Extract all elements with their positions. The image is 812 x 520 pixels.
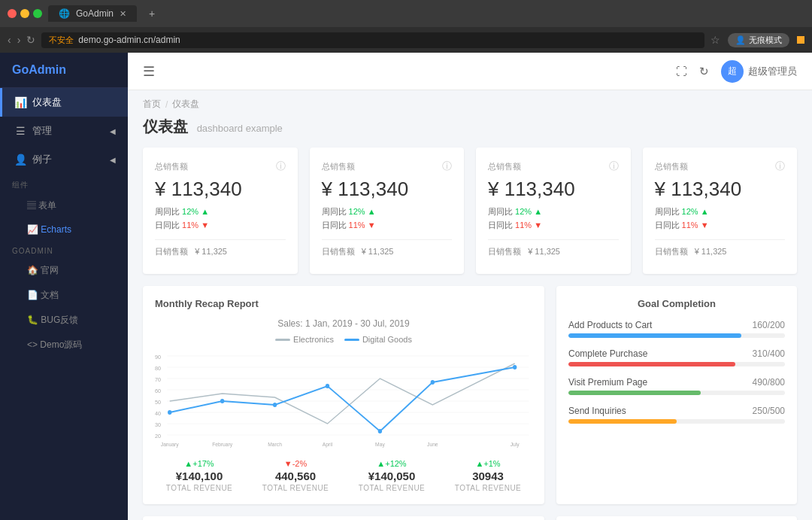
svg-point-18 [273,403,277,407]
svg-text:80: 80 [155,365,161,372]
sidebar-item-examples[interactable]: 👤 例子 ◀ [0,145,128,174]
svg-text:60: 60 [155,388,161,394]
fullscreen-icon[interactable]: ⛶ [676,65,687,78]
page-title-row: 仪表盘 dashboard example [143,117,797,137]
dot-red[interactable] [8,9,17,18]
page-title: 仪表盘 [143,118,188,135]
hamburger-button[interactable]: ☰ [143,63,155,80]
svg-point-16 [168,410,171,415]
svg-point-22 [513,365,517,369]
main-content: 首页 / 仪表盘 仪表盘 dashboard example 总销售额 ⓘ ¥ … [128,90,812,520]
metric-value-2: ¥140,050 [347,470,436,482]
sidebar-item-bug[interactable]: 🐛 BUG反馈 [0,308,128,333]
chart-metric-1: ▼-2% 440,560 TOTAL REVENUE [251,459,340,492]
doc-icon: 📄 [27,290,41,300]
svg-text:June: June [427,442,438,448]
chart-legend: ElectronicsDigital Goods [155,335,532,344]
breadcrumb-home[interactable]: 首页 [143,98,161,111]
back-button[interactable]: ‹ [8,34,11,46]
goal-fill-2 [568,391,701,395]
avatar: 超 [721,60,744,83]
breadcrumb-current: 仪表盘 [172,98,199,111]
metric-label-0: TOTAL REVENUE [155,484,244,492]
goal-name-2: Visit Premium Page [568,377,647,388]
goal-value-2: 490/800 [753,377,785,388]
sidebar-label-manage: 管理 [32,124,52,138]
svg-point-21 [431,380,435,385]
reload-button[interactable]: ↻ [26,34,35,46]
metric-change-1: ▼-2% [251,459,340,468]
stat-label-2: 总销售额 ⓘ [488,160,619,173]
goal-item-0: Add Products to Cart 160/200 [568,320,785,338]
echarts-icon: 📈 [27,224,41,235]
bottom-row: tabs1tabs2tabs3 How to use: Exactly like… [143,516,797,520]
browser-tab-title: GoAdmin [76,8,114,19]
sidebar-item-docs[interactable]: 📄 文档 [0,283,128,308]
stat-meta-2: 周同比 12% ▲ 日同比 11% ▼ [488,205,619,232]
goal-name-0: Add Products to Cart [568,320,652,330]
browser-tab-close[interactable]: ✕ [120,9,126,19]
star-icon[interactable]: ☆ [710,34,720,46]
url-text: demo.go-admin.cn/admin [78,35,180,45]
stat-value-0: ¥ 113,340 [155,178,286,201]
code-icon: <> [27,339,40,350]
svg-text:April: April [323,442,333,448]
logo-accent: Go [12,63,29,76]
examples-arrow: ◀ [110,156,116,164]
chart-section-title: Monthly Recap Report [155,298,532,309]
sidebar-item-manage[interactable]: ☰ 管理 ◀ [0,117,128,145]
chart-subtitle: Sales: 1 Jan, 2019 - 30 Jul, 2019 [155,318,532,329]
goal-row-0: Add Products to Cart 160/200 [568,320,785,330]
forward-button[interactable]: › [17,34,21,46]
incognito-label: 无痕模式 [749,35,782,46]
header-right: ⛶ ↻ 超 超级管理员 [676,60,797,83]
svg-text:70: 70 [155,376,161,383]
app-container: GoAdmin 📊 仪表盘 ☰ 管理 ◀ 👤 例子 ◀ 组件 ▤ 表单 📈 Ec… [0,53,812,520]
sidebar-label-examples: 例子 [32,153,52,166]
line-chart-card: Monthly Recap Report Sales: 1 Jan, 2019 … [143,286,544,504]
svg-text:March: March [268,442,282,448]
sidebar-item-dashboard[interactable]: 📊 仪表盘 [0,88,128,117]
chart-metric-0: ▲+17% ¥140,100 TOTAL REVENUE [155,459,244,492]
sidebar: GoAdmin 📊 仪表盘 ☰ 管理 ◀ 👤 例子 ◀ 组件 ▤ 表单 📈 Ec… [0,53,128,520]
header-user[interactable]: 超 超级管理员 [721,60,797,83]
sidebar-item-table[interactable]: ▤ 表单 [0,193,128,218]
svg-point-20 [378,429,382,433]
sidebar-logo: GoAdmin [0,53,128,88]
stat-info-icon-2[interactable]: ⓘ [609,160,619,173]
stat-label-3: 总销售额 ⓘ [655,160,786,173]
sidebar-section-components: 组件 [0,174,128,193]
stat-divider-1: 日销售额 ¥ 11,325 [322,239,453,257]
sidebar-item-echarts[interactable]: 📈 Echarts [0,218,128,241]
stat-info-icon-0[interactable]: ⓘ [276,160,286,173]
goal-bar-0 [568,333,785,338]
sidebar-item-demo[interactable]: <> Demo源码 [0,333,128,357]
stat-card-0: 总销售额 ⓘ ¥ 113,340 周同比 12% ▲ 日同比 11% ▼ 日销售… [143,147,298,274]
sidebar-item-official[interactable]: 🏠 官网 [0,258,128,283]
goal-bar-2 [568,391,785,395]
browser-tab[interactable]: 🌐 GoAdmin ✕ [48,5,137,22]
goal-title: Goal Completion [568,298,785,309]
sidebar-label-demo: Demo源码 [40,339,82,350]
url-bar[interactable]: 不安全 demo.go-admin.cn/admin [41,32,704,48]
legend-item: Digital Goods [344,335,412,344]
new-tab-button[interactable]: + [143,5,161,23]
stat-card-1: 总销售额 ⓘ ¥ 113,340 周同比 12% ▲ 日同比 11% ▼ 日销售… [310,147,465,274]
refresh-icon[interactable]: ↻ [699,65,709,78]
dot-green[interactable] [33,9,42,18]
sidebar-label-dashboard: 仪表盘 [32,96,62,109]
svg-text:May: May [375,442,385,448]
goal-name-3: Send Inquiries [568,406,626,416]
menu-dot[interactable] [797,36,804,44]
sidebar-label-echarts: Echarts [41,224,71,235]
charts-row: Monthly Recap Report Sales: 1 Jan, 2019 … [143,286,797,504]
incognito-button[interactable]: 👤 无痕模式 [728,33,789,47]
dot-yellow[interactable] [20,9,29,18]
stat-card-3: 总销售额 ⓘ ¥ 113,340 周同比 12% ▲ 日同比 11% ▼ 日销售… [643,147,798,274]
stat-value-3: ¥ 113,340 [655,178,786,201]
goal-value-3: 250/500 [753,406,785,416]
stat-info-icon-3[interactable]: ⓘ [775,160,785,173]
metric-label-1: TOTAL REVENUE [251,484,340,492]
stat-info-icon-1[interactable]: ⓘ [442,160,452,173]
browser-tab-favicon: 🌐 [59,8,70,19]
